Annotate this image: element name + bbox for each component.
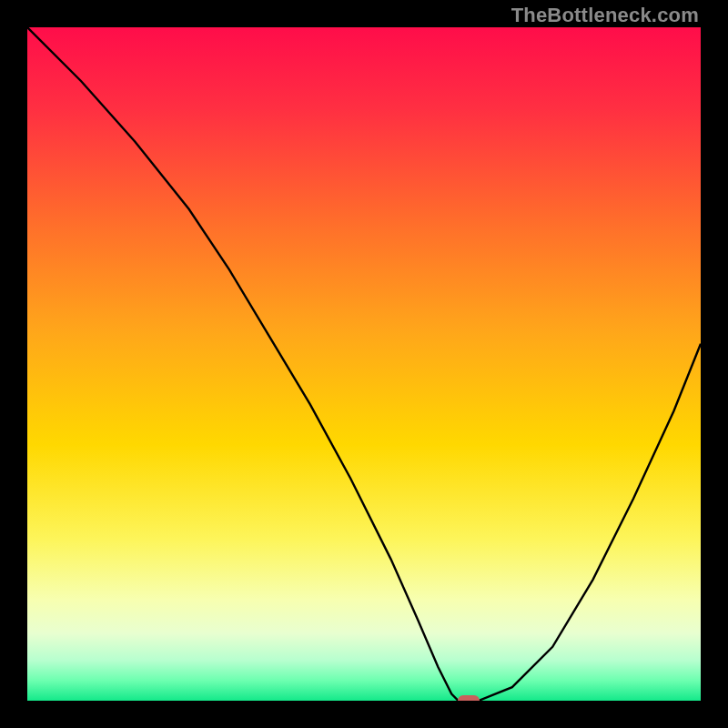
bottleneck-curve	[27, 27, 701, 701]
watermark-text: TheBottleneck.com	[511, 4, 699, 27]
chart-frame: TheBottleneck.com	[0, 0, 728, 728]
plot-area	[27, 27, 701, 701]
dip-marker	[458, 695, 480, 701]
